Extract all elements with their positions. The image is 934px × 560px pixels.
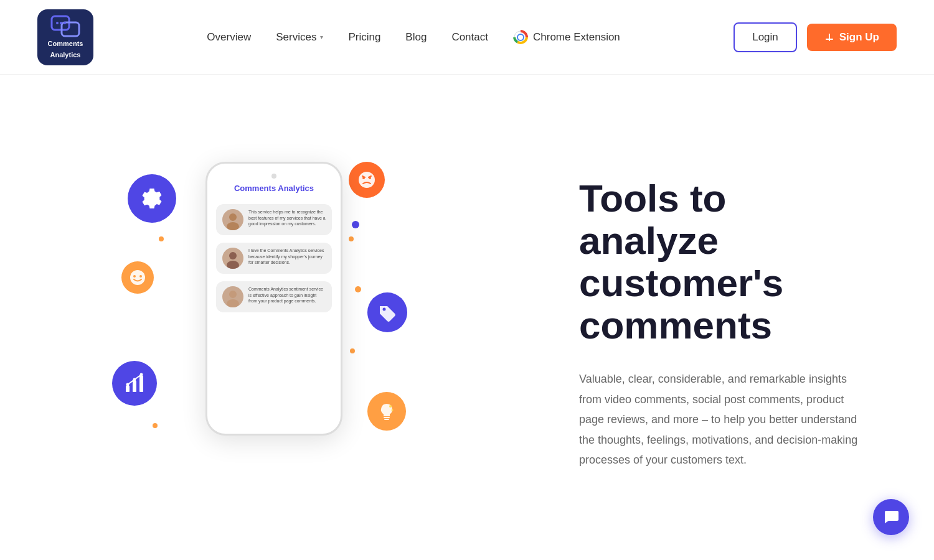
phone-body: This service helps me to recognize the b… [207,199,341,317]
svg-point-12 [359,172,375,188]
svg-point-29 [229,213,237,221]
chrome-icon [513,30,528,45]
signup-icon [824,32,834,42]
svg-point-2 [56,22,59,24]
nav-links: Overview Services ▾ Pricing Blog Contact [207,30,620,45]
phone-mockup: Comments Analytics This service helps me… [205,162,342,436]
phone-comment-3: Comments Analytics sentiment service is … [216,281,332,312]
svg-point-9 [518,35,523,40]
decorative-dot-3 [355,286,361,292]
login-button[interactable]: Login [734,22,797,52]
avatar-3 [222,286,243,307]
bulb-icon [367,392,406,431]
logo[interactable]: Comments Analytics [37,9,93,65]
nav-overview[interactable]: Overview [207,31,251,44]
svg-rect-11 [829,34,830,41]
nav-contact[interactable]: Contact [451,31,488,44]
svg-rect-19 [133,381,136,392]
svg-point-31 [229,252,237,259]
signup-button[interactable]: Sign Up [807,24,897,51]
hero-illustration: Comments Analytics This service helps me… [62,112,486,535]
svg-point-32 [227,261,239,269]
svg-point-30 [227,222,239,230]
decorative-dot-5 [153,423,158,428]
svg-point-21 [126,383,130,386]
decorative-dot-6 [352,221,359,228]
nav-pricing[interactable]: Pricing [348,31,380,44]
nav-services[interactable]: Services ▾ [276,31,323,44]
avatar-2 [222,248,243,269]
chat-button[interactable] [873,499,909,535]
chart-icon [112,361,157,406]
svg-point-15 [130,270,145,285]
svg-point-33 [229,291,237,298]
svg-point-4 [64,22,66,24]
hero-section: Comments Analytics This service helps me… [0,75,934,560]
gear-icon [128,174,176,223]
comment-text-2: I love the Comments Analytics services b… [248,248,326,266]
avatar-1 [222,209,243,230]
logo-svg [50,15,80,37]
smile-icon [121,261,154,294]
svg-point-34 [227,299,239,307]
chevron-down-icon: ▾ [320,34,323,40]
phone-comment-1: This service helps me to recognize the b… [216,204,332,235]
decorative-dot-4 [350,348,355,353]
hero-description: Valuable, clear, considerable, and remar… [579,369,859,470]
svg-point-3 [60,22,62,24]
comment-text-1: This service helps me to recognize the b… [248,209,326,227]
svg-point-24 [383,308,386,311]
phone-app-title: Comments Analytics [234,184,314,194]
logo-text2: Analytics [50,51,81,59]
decorative-dot-1 [159,236,164,241]
nav-actions: Login Sign Up [734,22,897,52]
nav-chrome-extension[interactable]: Chrome Extension [513,30,620,45]
svg-point-23 [140,373,143,376]
phone-header: Comments Analytics [207,164,341,199]
hero-title: Tools to analyze customer's comments [579,177,859,347]
svg-point-22 [133,378,136,381]
svg-point-16 [133,275,136,278]
svg-rect-20 [139,376,143,392]
navbar: Comments Analytics Overview Services ▾ P… [0,0,934,75]
logo-text: Comments [48,40,83,48]
decorative-dot-2 [349,236,354,241]
hero-text: Tools to analyze customer's comments Val… [579,177,859,470]
svg-rect-18 [126,386,130,392]
logo-icon: Comments Analytics [37,9,93,65]
phone-comment-2: I love the Comments Analytics services b… [216,243,332,274]
phone-camera [271,174,276,179]
svg-rect-26 [384,419,389,420]
svg-rect-25 [384,417,390,418]
svg-point-17 [139,275,142,278]
angry-face-icon [349,162,385,198]
chat-icon [882,508,900,526]
nav-blog[interactable]: Blog [405,31,427,44]
svg-point-28 [392,409,394,411]
svg-point-27 [389,405,392,408]
comment-text-3: Comments Analytics sentiment service is … [248,286,326,304]
tag-icon [367,292,407,332]
